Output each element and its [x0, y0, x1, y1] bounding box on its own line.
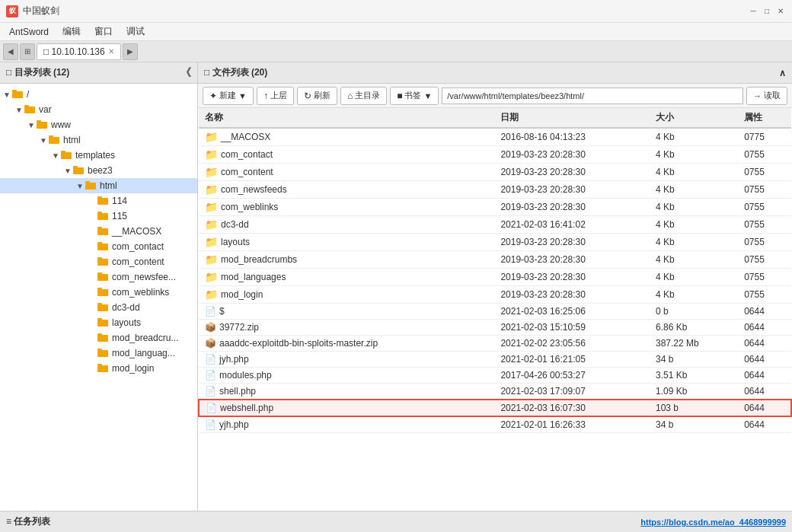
file-name: layouts — [221, 237, 250, 247]
table-header: 名称 日期 大小 属性 — [199, 108, 791, 128]
tree-item[interactable]: mod_languag... — [0, 346, 197, 361]
tree-label: dc3-dd — [112, 302, 140, 313]
table-row[interactable]: 📁 com_weblinks 2019-03-23 20:28:30 4 Kb … — [199, 199, 791, 216]
read-button[interactable]: → 读取 — [746, 87, 787, 105]
svg-rect-6 — [49, 137, 59, 144]
tree-item[interactable]: __MACOSX — [0, 224, 197, 239]
tree-item[interactable]: ▼ html — [0, 178, 197, 193]
file-name: mod_breadcrumbs — [221, 254, 297, 265]
close-button[interactable]: ✕ — [775, 6, 786, 17]
right-panel-collapse-icon[interactable]: ∧ — [779, 68, 786, 78]
maximize-button[interactable]: □ — [762, 6, 772, 17]
tree-item[interactable]: ▼ www — [0, 117, 197, 132]
svg-rect-19 — [97, 227, 102, 229]
tree-item[interactable]: mod_breadcru... — [0, 330, 197, 346]
tree-label: html — [63, 135, 81, 145]
cell-perm: 0644 — [738, 352, 791, 368]
path-input[interactable] — [442, 88, 743, 104]
table-row[interactable]: 📄 webshell.php 2021-02-03 16:07:30 103 b… — [199, 400, 791, 416]
tab-nav-next[interactable]: ▶ — [123, 43, 138, 60]
table-row[interactable]: 📁 mod_login 2019-03-23 20:28:30 4 Kb 075… — [199, 286, 791, 304]
bookmark-button[interactable]: ■ 书签 ▼ — [390, 87, 439, 105]
app-title: 中国蚁剑 — [23, 5, 59, 18]
tree-container[interactable]: ▼ /▼ var▼ www▼ html▼ templates▼ beez3▼ — [0, 84, 197, 511]
cell-date: 2021-02-03 16:41:02 — [494, 216, 650, 234]
tree-item[interactable]: 114 — [0, 193, 197, 209]
home-label: 主目录 — [355, 90, 380, 101]
cell-size: 3.51 Kb — [650, 368, 738, 384]
tab-item-0[interactable]: □ 10.10.10.136 ✕ — [37, 43, 121, 60]
file-name: com_weblinks — [221, 202, 278, 212]
file-name: shell.php — [219, 386, 256, 397]
file-table: 名称 日期 大小 属性 📁 __MACOSX 2016-08-16 04:13:… — [198, 108, 792, 433]
folder-icon: 📁 — [205, 183, 218, 196]
file-name: com_contact — [221, 149, 273, 160]
tree-item[interactable]: ▼ templates — [0, 148, 197, 163]
table-row[interactable]: 📁 com_contact 2019-03-23 20:28:30 4 Kb 0… — [199, 146, 791, 164]
folder-icon: 📁 — [205, 253, 218, 266]
menu-edit[interactable]: 编辑 — [56, 24, 87, 40]
minimize-button[interactable]: ─ — [748, 6, 758, 17]
table-row[interactable]: 📁 __MACOSX 2016-08-16 04:13:23 4 Kb 0775 — [199, 128, 791, 146]
svg-rect-16 — [97, 213, 108, 220]
tree-item[interactable]: 115 — [0, 209, 197, 224]
tree-item[interactable]: ▼ var — [0, 102, 197, 117]
tree-item[interactable]: ▼ html — [0, 132, 197, 148]
table-row[interactable]: 📄 yjh.php 2021-02-01 16:26:33 34 b 0644 — [199, 416, 791, 433]
table-row[interactable]: 📁 com_content 2019-03-23 20:28:30 4 Kb 0… — [199, 164, 791, 181]
tree-label: 114 — [112, 196, 127, 206]
cell-name: 📄 yjh.php — [199, 416, 494, 433]
svg-rect-28 — [97, 304, 108, 311]
refresh-button[interactable]: ↻ 刷新 — [297, 87, 337, 105]
cell-name: 📁 com_newsfeeds — [199, 181, 494, 199]
tree-item[interactable]: com_weblinks — [0, 285, 197, 300]
cell-name: 📄 webshell.php — [199, 400, 494, 416]
tab-nav-prev[interactable]: ◀ — [3, 43, 18, 60]
new-icon: ✦ — [209, 91, 217, 101]
table-row[interactable]: 📄 jyh.php 2021-02-01 16:21:05 34 b 0644 — [199, 352, 791, 368]
up-button[interactable]: ↑ 上层 — [257, 87, 294, 105]
tree-item[interactable]: dc3-dd — [0, 300, 197, 315]
cell-perm: 0755 — [738, 216, 791, 234]
tree-label: com_newsfee... — [112, 272, 176, 282]
tree-item[interactable]: mod_login — [0, 361, 197, 376]
tab-nav-grid[interactable]: ⊞ — [20, 43, 35, 60]
home-button[interactable]: ⌂ 主目录 — [340, 87, 387, 105]
file-table-container[interactable]: 名称 日期 大小 属性 📁 __MACOSX 2016-08-16 04:13:… — [198, 108, 792, 511]
cell-name: 📄 $ — [199, 304, 494, 320]
table-row[interactable]: 📦 aaaddc-exploitdb-bin-sploits-master.zi… — [199, 336, 791, 352]
php-icon: 📄 — [205, 419, 216, 430]
tree-item[interactable]: ▼ / — [0, 87, 197, 102]
cell-date: 2021-02-01 16:26:33 — [494, 416, 650, 433]
tree-item[interactable]: com_newsfee... — [0, 269, 197, 285]
tree-toggle-icon: ▼ — [64, 167, 73, 175]
tree-item[interactable]: com_contact — [0, 239, 197, 254]
cell-name: 📁 com_weblinks — [199, 199, 494, 216]
table-row[interactable]: 📁 mod_languages 2019-03-23 20:28:30 4 Kb… — [199, 269, 791, 286]
new-button[interactable]: ✦ 新建 ▼ — [203, 87, 254, 105]
table-row[interactable]: 📁 dc3-dd 2021-02-03 16:41:02 4 Kb 0755 — [199, 216, 791, 234]
table-row[interactable]: 📄 shell.php 2021-02-03 17:09:07 1.09 Kb … — [199, 384, 791, 400]
file-name: aaaddc-exploitdb-bin-sploits-master.zip — [219, 338, 378, 349]
svg-rect-3 — [24, 105, 29, 107]
table-row[interactable]: 📄 $ 2021-02-03 16:25:06 0 b 0644 — [199, 304, 791, 320]
tree-item[interactable]: ▼ beez3 — [0, 163, 197, 178]
left-panel-collapse-icon[interactable]: 《 — [180, 66, 191, 80]
bottom-bar: ≡ 任务列表 https://blog.csdn.me/ao_446899999… — [0, 511, 792, 532]
table-row[interactable]: 📦 39772.zip 2021-02-03 15:10:59 6.86 Kb … — [199, 320, 791, 336]
menu-window[interactable]: 窗口 — [88, 24, 119, 40]
table-row[interactable]: 📄 modules.php 2017-04-26 00:53:27 3.51 K… — [199, 368, 791, 384]
tree-item[interactable]: layouts — [0, 315, 197, 330]
table-row[interactable]: 📁 layouts 2019-03-23 20:28:30 4 Kb 0755 — [199, 234, 791, 251]
tree-item[interactable]: com_content — [0, 254, 197, 269]
menu-antsword[interactable]: AntSword — [3, 25, 55, 39]
table-row[interactable]: 📁 com_newsfeeds 2019-03-23 20:28:30 4 Kb… — [199, 181, 791, 199]
tab-close-icon[interactable]: ✕ — [108, 47, 114, 56]
zip-icon: 📦 — [205, 338, 216, 349]
app-icon: 蚁 — [6, 5, 18, 18]
menu-debug[interactable]: 调试 — [120, 24, 151, 40]
tree-label: layouts — [112, 317, 141, 328]
svg-rect-7 — [49, 135, 53, 138]
folder-icon: 📁 — [205, 218, 218, 231]
table-row[interactable]: 📁 mod_breadcrumbs 2019-03-23 20:28:30 4 … — [199, 251, 791, 269]
